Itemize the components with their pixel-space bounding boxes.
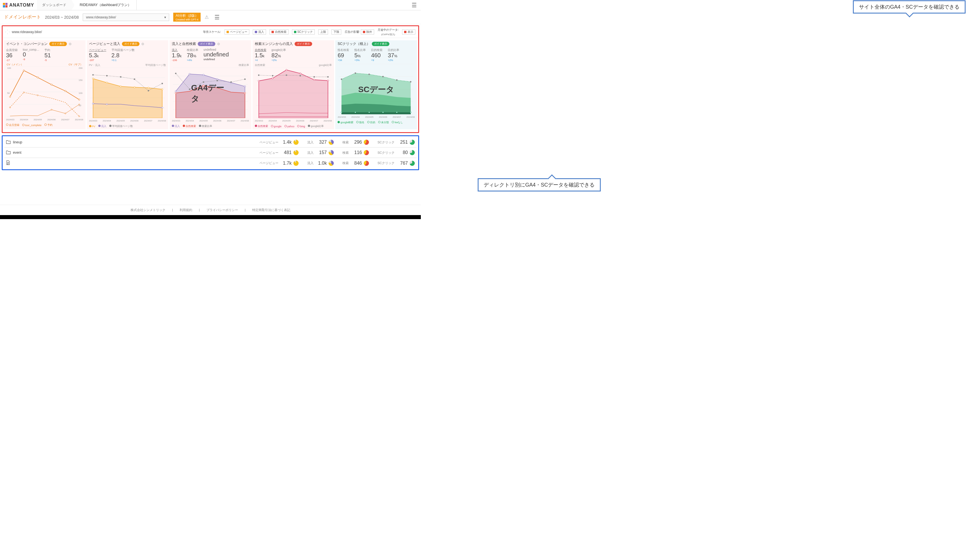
svg-point-33 (134, 87, 135, 88)
svg-point-83 (327, 76, 329, 78)
guide-badge[interactable]: ガイド表示 (372, 42, 389, 46)
svg-point-36 (92, 103, 94, 105)
svg-text:100: 100 (7, 67, 11, 69)
svg-point-60 (244, 92, 245, 94)
svg-point-76 (313, 79, 315, 80)
scale-lower[interactable]: 下限 (331, 30, 341, 34)
svg-point-89 (341, 79, 343, 80)
metric: undefined undefined undefined (204, 48, 229, 62)
gear-icon[interactable]: ⚙ (141, 42, 144, 46)
svg-point-20 (79, 116, 80, 117)
ad-toggle[interactable]: 除外 (361, 30, 374, 34)
guide-badge[interactable]: ガイド表示 (122, 42, 140, 46)
svg-point-90 (355, 72, 356, 74)
svg-point-19 (37, 95, 38, 96)
metric: 目的比率 37% +2% (388, 48, 399, 62)
svg-point-13 (37, 77, 38, 78)
gear-icon[interactable]: ⚙ (217, 42, 220, 46)
chart-title: SCクリック（積上） (338, 41, 370, 46)
pie-icon (293, 150, 299, 155)
svg-text:150: 150 (79, 79, 83, 82)
svg-point-93 (396, 79, 398, 81)
chart-legend: 流入自然検索検索比率 (172, 125, 249, 128)
month-toggle[interactable]: 表示 (402, 30, 415, 34)
svg-point-41 (120, 76, 121, 78)
guide-badge[interactable]: ガイド表示 (49, 42, 67, 46)
chart-card-1: ページビューと流入 ガイド表示 ⚙ ページビュー 5.3k -187 平均回遊ペ… (87, 40, 169, 129)
domain-selector[interactable]: www.rideaway.bike/▾ (83, 13, 169, 21)
guide-badge[interactable]: ガイド表示 (198, 42, 215, 46)
svg-point-77 (327, 80, 329, 82)
callout-bottom: ディレクトリ別にGA4・SCデータを確認できる (478, 178, 601, 192)
svg-point-52 (175, 91, 176, 92)
svg-point-16 (78, 99, 80, 100)
svg-point-44 (161, 83, 163, 84)
chart-title: イベント・コンバージョン (6, 41, 48, 46)
svg-point-94 (410, 81, 412, 83)
svg-point-22 (65, 113, 66, 114)
svg-point-43 (148, 90, 149, 92)
pie-icon (410, 161, 415, 166)
svg-point-66 (244, 79, 245, 80)
chart-legend: 会員登録tour_complete予約 (6, 123, 83, 127)
directory-box: lineup ページビュー1.4k 流入327 検索296 SCクリック251 … (2, 135, 419, 170)
date-range[interactable]: 2024/03 ~ 2024/08 (45, 15, 79, 20)
svg-point-65 (230, 82, 232, 83)
svg-point-63 (203, 82, 204, 83)
svg-point-99 (396, 112, 397, 113)
page-title: ドメインレポート (4, 14, 41, 20)
svg-point-21 (51, 109, 52, 110)
svg-point-18 (23, 92, 25, 93)
scale-controls: 等倍スケール: ページビュー 流入 自然検索 SCクリック 上限 下限 広告の影… (203, 28, 415, 36)
directory-row[interactable]: lineup ページビュー1.4k 流入327 検索296 SCクリック251 (4, 137, 417, 148)
svg-text:50: 50 (7, 92, 10, 94)
folder-icon (6, 140, 11, 145)
pie-icon (410, 140, 415, 145)
footer-link[interactable]: 株式会社シンメトリック (130, 208, 165, 212)
tab-project[interactable]: RIDEAWAY（dashboardプラン） (74, 0, 137, 10)
svg-point-100 (410, 112, 411, 113)
scale-upper[interactable]: 上限 (318, 30, 328, 34)
ai-analyze-button[interactable]: AI分析（β版）Created with GPT-4 (173, 13, 201, 21)
scale-inflow[interactable]: 流入 (253, 30, 266, 34)
pie-icon (364, 150, 369, 155)
footer-link[interactable]: 特定商取引法に基づく表記 (252, 208, 290, 212)
svg-point-15 (64, 90, 66, 92)
settings-menu-icon[interactable]: ☰ (213, 14, 221, 21)
svg-point-92 (382, 76, 384, 77)
bottom-bar (0, 215, 421, 219)
warning-icon[interactable]: ⚠ (205, 15, 209, 20)
menu-icon[interactable]: ☰ (408, 2, 421, 9)
site-overview-box: www.rideaway.bike/ 等倍スケール: ページビュー 流入 自然検… (2, 25, 419, 133)
brand-logo[interactable]: ANATOMY (0, 3, 37, 8)
chevron-down-icon: ▾ (164, 15, 166, 19)
svg-point-62 (189, 89, 190, 90)
chart-title: 検索エンジンからの流入 (255, 41, 293, 46)
chart-card-3: 検索エンジンからの流入 ガイド表示 自然検索 1.5k +4 google比率 … (252, 40, 334, 129)
footer-link[interactable]: 利用規約 (180, 208, 192, 212)
metric: 自然検索 1.5k +4 (255, 48, 266, 62)
guide-badge[interactable]: ガイド表示 (295, 42, 312, 46)
metric: google比率 82% +2% (272, 48, 286, 62)
metric: 平均回遊ページ数 2.8 +0.1 (112, 48, 135, 62)
footer-link[interactable]: プライバシーポリシー (206, 208, 238, 212)
scale-scclick[interactable]: SCクリック (292, 30, 315, 34)
tab-dashboard[interactable]: ダッシュボード (37, 0, 74, 10)
chart-title: ページビューと流入 (89, 41, 120, 46)
metric: 目的検索 460 +9 (371, 48, 382, 62)
svg-point-23 (79, 104, 80, 105)
svg-point-96 (355, 112, 356, 113)
svg-point-35 (161, 89, 163, 90)
gear-icon[interactable]: ⚙ (69, 42, 72, 46)
svg-point-57 (244, 86, 245, 87)
site-header-row: www.rideaway.bike/ 等倍スケール: ページビュー 流入 自然検… (3, 26, 418, 38)
directory-row[interactable]: event ページビュー481 流入157 検索116 SCクリック80 (4, 148, 417, 158)
pie-icon (329, 161, 334, 166)
scale-pv[interactable]: ページビュー (224, 30, 249, 34)
scale-organic[interactable]: 自然検索 (270, 30, 288, 34)
svg-point-30 (92, 78, 94, 79)
callout-top: サイト全体のGA4・SCデータを確認できる (853, 0, 965, 13)
svg-point-55 (216, 79, 218, 80)
directory-row[interactable]: ページビュー1.7k 流入1.0k 検索846 SCクリック767 (4, 158, 417, 168)
svg-point-42 (134, 79, 135, 80)
